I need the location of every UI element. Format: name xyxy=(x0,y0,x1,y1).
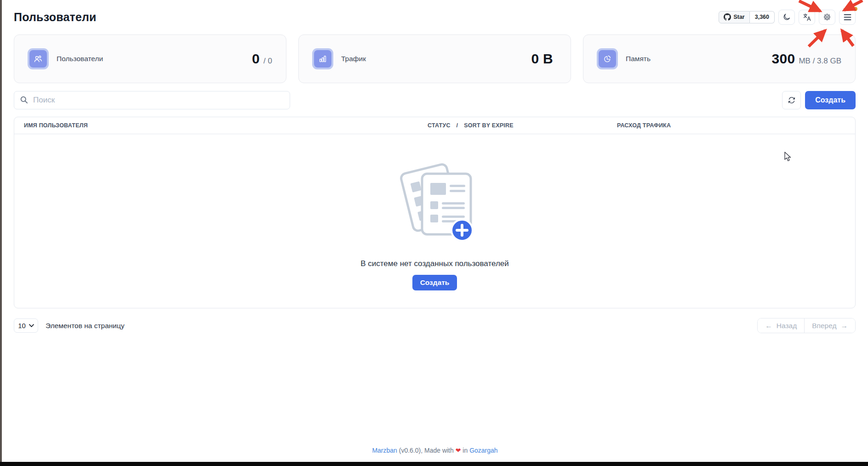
gozargah-link[interactable]: Gozargah xyxy=(469,447,497,454)
empty-state-create-button[interactable]: Создать xyxy=(412,275,457,290)
hamburger-menu-icon xyxy=(844,14,851,21)
stat-label: Трафик xyxy=(341,55,366,63)
per-page-label: Элементов на страницу xyxy=(46,322,125,330)
page-size-value: 10 xyxy=(18,322,26,330)
memory-icon-box xyxy=(597,48,618,69)
prev-page-button[interactable]: ← Назад xyxy=(758,318,805,333)
traffic-icon-box xyxy=(312,48,333,69)
stat-value: 300 MB / 3.8 GB xyxy=(771,51,841,67)
language-button[interactable] xyxy=(799,10,815,25)
translate-icon xyxy=(803,13,811,22)
prev-label: Назад xyxy=(777,322,797,330)
search-input[interactable] xyxy=(14,91,290,109)
users-icon-box xyxy=(28,48,49,69)
pie-chart-icon xyxy=(599,50,616,68)
marzban-link[interactable]: Marzban xyxy=(372,447,397,454)
stat-value: 0 / 0 xyxy=(252,51,272,67)
screen: Пользователи Star 3,360 xyxy=(0,0,868,466)
footer: Marzban (v0.6.0), Made with ❤ in Gozarga… xyxy=(2,447,868,454)
github-star-count[interactable]: 3,360 xyxy=(750,11,775,23)
menu-button[interactable] xyxy=(839,10,856,25)
screen-edge-bottom xyxy=(0,462,868,466)
github-icon xyxy=(724,13,731,21)
search-box xyxy=(14,91,290,109)
header-toolbar: Star 3,360 xyxy=(719,10,856,25)
screen-edge-left xyxy=(0,0,2,466)
next-page-button[interactable]: Вперед → xyxy=(805,318,855,333)
empty-documents-illustration xyxy=(395,160,474,251)
column-divider: / xyxy=(457,122,458,129)
column-status[interactable]: СТАТУС xyxy=(428,122,451,129)
stat-suffix: MB / 3.8 GB xyxy=(799,57,841,66)
dark-mode-button[interactable] xyxy=(778,10,795,25)
column-traffic[interactable]: РАСХОД ТРАФИКА xyxy=(617,122,855,129)
page-title: Пользователи xyxy=(14,11,97,24)
table-header: ИМЯ ПОЛЬЗОВАТЕЛЯ СТАТУС / SORT BY EXPIRE… xyxy=(14,117,855,134)
notification-dot xyxy=(853,7,857,11)
pager-group: ← Назад Вперед → xyxy=(757,318,856,333)
users-icon xyxy=(29,50,47,68)
heart-icon: ❤ xyxy=(456,447,461,454)
settings-button[interactable] xyxy=(819,10,835,25)
stat-number: 0 xyxy=(252,51,260,67)
stat-label: Пользователи xyxy=(57,55,103,63)
empty-state-message: В системе нет созданных пользователей xyxy=(360,259,509,268)
users-table: ИМЯ ПОЛЬЗОВАТЕЛЯ СТАТУС / SORT BY EXPIRE… xyxy=(14,117,856,308)
stat-value: 0 B xyxy=(531,51,557,67)
menu-button-wrap xyxy=(839,10,856,25)
stat-card-memory: Память 300 MB / 3.8 GB xyxy=(583,34,856,83)
table-empty-state: В системе нет созданных пользователей Со… xyxy=(14,134,855,308)
stat-card-traffic: Трафик 0 B xyxy=(298,34,571,83)
next-label: Вперед xyxy=(812,322,836,330)
stat-label: Память xyxy=(626,55,651,63)
search-icon xyxy=(20,96,29,104)
stat-number: 300 xyxy=(771,51,795,67)
column-sort-by-expire[interactable]: SORT BY EXPIRE xyxy=(464,122,513,129)
bar-chart-icon xyxy=(314,50,331,68)
github-star-widget: Star 3,360 xyxy=(719,11,775,23)
refresh-button[interactable] xyxy=(782,91,801,109)
users-page: Пользователи Star 3,360 xyxy=(2,0,868,462)
column-username[interactable]: ИМЯ ПОЛЬЗОВАТЕЛЯ xyxy=(14,122,428,129)
arrow-left-icon: ← xyxy=(765,322,772,330)
pagination-row: 10 Элементов на страницу ← Назад Вперед … xyxy=(14,318,856,333)
footer-text: (v0.6.0), Made with xyxy=(399,447,454,454)
refresh-icon xyxy=(788,96,796,104)
add-plus-icon xyxy=(451,220,473,241)
footer-in: in xyxy=(463,447,468,454)
stat-card-users: Пользователи 0 / 0 xyxy=(14,34,286,83)
gear-icon xyxy=(823,13,831,21)
chevron-down-icon xyxy=(29,324,34,327)
top-bar: Пользователи Star 3,360 xyxy=(14,7,856,27)
page-size-select[interactable]: 10 xyxy=(14,318,38,333)
stats-row: Пользователи 0 / 0 Трафик xyxy=(14,34,856,83)
stat-number: 0 B xyxy=(531,51,553,67)
github-star-label: Star xyxy=(733,14,744,20)
stat-suffix: / 0 xyxy=(263,57,272,66)
arrow-right-icon: → xyxy=(841,322,848,330)
moon-icon xyxy=(782,13,791,21)
controls-row: Создать xyxy=(14,91,856,109)
column-status-expire: СТАТУС / SORT BY EXPIRE xyxy=(428,122,617,129)
github-star-button[interactable]: Star xyxy=(719,11,749,23)
create-user-button[interactable]: Создать xyxy=(805,91,856,109)
